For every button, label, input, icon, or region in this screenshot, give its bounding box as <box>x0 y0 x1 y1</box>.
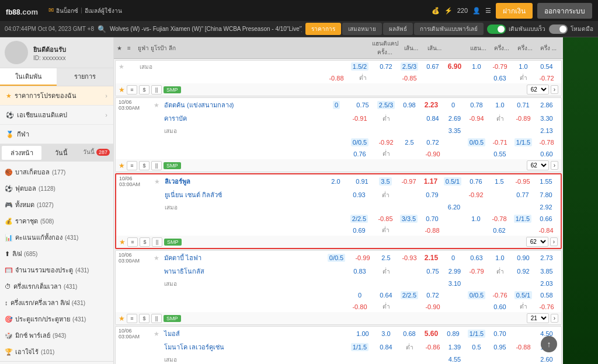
sidebar-item-asian[interactable]: ⚽ เอเชียนแฮนดิแคป › <box>0 106 113 125</box>
tab-inbet[interactable]: ในเดิมพัน <box>0 68 57 86</box>
action-dollar-3[interactable]: $ <box>140 237 150 247</box>
action-dollar-2[interactable]: $ <box>139 161 150 170</box>
ou2-4[interactable]: -0.93 <box>398 254 421 261</box>
odds2-v3-2[interactable]: 0.72 <box>421 139 444 146</box>
action-star-3[interactable]: ★ <box>119 238 126 246</box>
hfull1-4[interactable]: 0 <box>441 254 465 261</box>
sub4-v1-4[interactable]: -0.80 <box>345 303 374 310</box>
action-chart-2[interactable]: || <box>151 161 162 170</box>
count-select-4[interactable]: 21 <box>527 313 549 323</box>
team2-name-4[interactable]: พานาธิโนกลัส <box>164 266 345 276</box>
hfull2-3[interactable]: 0.76 <box>464 178 488 185</box>
action-star-4[interactable]: ★ <box>119 314 125 323</box>
action-table-3[interactable]: ≡ <box>127 237 138 247</box>
message-icon[interactable]: ✉ <box>48 6 54 15</box>
odds4-v3-4[interactable]: 0.72 <box>421 292 444 299</box>
odds3-v3-3[interactable]: 0.70 <box>420 215 444 222</box>
hfull4-4[interactable]: 0.90 <box>512 254 535 261</box>
tab-parlay[interactable]: การเดิมพันแบบพาร์เลย์ <box>414 23 484 35</box>
sport-item-outright[interactable]: 🏆 เอาใจไร้ (101) <box>0 344 113 360</box>
odds2-v5-2[interactable]: -0.71 <box>488 139 512 146</box>
ou1-5[interactable]: 1.00 <box>351 330 374 337</box>
sub1-v1[interactable]: -0.88 <box>322 75 351 82</box>
h2-9-2[interactable]: 3.30 <box>535 115 558 122</box>
sub2-v1-2[interactable]: 0.76 <box>345 150 374 158</box>
tab-semohmai[interactable]: เสมอหมาย <box>342 23 382 35</box>
hfull2-val-1[interactable]: -0.79 <box>488 63 512 70</box>
team1-name-4[interactable]: มัคตาบี้ ไฮฟา <box>164 253 322 263</box>
scroll-top-button[interactable]: ↑ <box>541 336 557 352</box>
h2-1-3[interactable]: 0.93 <box>345 191 374 198</box>
h2-1-4[interactable]: 0.83 <box>345 268 374 275</box>
h2-6-5[interactable]: 0.5 <box>465 344 488 351</box>
h2-8-2[interactable]: -0.89 <box>512 115 535 122</box>
hfull5-3[interactable]: 1.55 <box>534 178 558 185</box>
sport-item-halftime[interactable]: ⏱ ครึ่งแรก/เต็มเวลา (431) <box>0 278 113 295</box>
sport-item-goals[interactable]: 🥅 จำนวนรวมของประตู (431) <box>0 262 113 278</box>
h2-2-5[interactable]: 0.84 <box>374 344 398 351</box>
action-table-4[interactable]: ≡ <box>127 314 137 323</box>
handicap-3[interactable]: 2.0 <box>321 178 350 185</box>
ou2-5[interactable]: 0.68 <box>398 330 421 337</box>
sub1-v7[interactable]: 0.63 <box>488 75 512 82</box>
sport-item-basketball[interactable]: 🏀 บาสเก็ตบอล (177) <box>0 164 113 180</box>
odds4-v7-4[interactable]: 0.58 <box>535 292 558 299</box>
more-btn-2[interactable]: › <box>551 161 558 170</box>
handicap-val-1[interactable]: 1.5/2 <box>345 63 374 70</box>
star-4[interactable]: ★ <box>154 254 164 262</box>
star-empty-1[interactable]: ★ <box>119 63 129 71</box>
count-select-1[interactable]: 62 <box>527 85 549 94</box>
sub2-v4-2[interactable]: -0.90 <box>421 150 444 158</box>
mode-toggle[interactable] <box>549 24 568 34</box>
odds4-v5-4[interactable]: -0.76 <box>488 292 512 299</box>
h2-4-4[interactable]: 0.75 <box>421 268 444 275</box>
ou1-4[interactable]: -0.99 <box>351 254 374 261</box>
deposit-button[interactable]: ฝากเงิน <box>496 3 533 19</box>
hfull3-2[interactable]: 1.0 <box>488 102 512 108</box>
sport-item-all[interactable]: 🎮 ทั้งหมด (1027) <box>0 197 113 213</box>
hfull2-2[interactable]: 0.78 <box>465 102 488 108</box>
h2-9-3[interactable]: 7.80 <box>534 191 558 198</box>
more-btn-4[interactable]: › <box>551 314 558 323</box>
h2-7-5[interactable]: 0.95 <box>488 344 512 351</box>
sub3-v4-3[interactable]: -0.88 <box>420 227 444 234</box>
action-smp-4[interactable]: SMP <box>164 315 181 322</box>
sub3-v8-3[interactable]: -0.84 <box>534 227 558 234</box>
action-chart-3[interactable]: || <box>152 237 162 247</box>
h2-6-4[interactable]: -0.79 <box>465 268 488 275</box>
sub1-v4[interactable]: -0.85 <box>398 75 421 82</box>
star-5[interactable]: ★ <box>154 330 164 338</box>
sub1-v9[interactable]: -0.72 <box>535 75 558 82</box>
time-filter-today[interactable]: วันนี้ <box>41 146 81 160</box>
tab-list[interactable]: รายการ <box>57 68 113 86</box>
team1-name-3[interactable]: ลิเวอร์พูล <box>165 176 321 187</box>
action-dollar-1[interactable]: $ <box>139 85 150 94</box>
sub3-v1-3[interactable]: 0.69 <box>345 227 374 234</box>
sidebar-item-sports[interactable]: 🏅 กีฬา <box>0 125 113 144</box>
tab-racaka[interactable]: ราคาการ <box>305 23 341 35</box>
sub2-v6-2[interactable]: 0.55 <box>488 150 512 158</box>
tab-result[interactable]: ผลลัพธ์ <box>383 23 413 35</box>
sub2-v8-2[interactable]: 0.60 <box>535 150 558 158</box>
hfull3-4[interactable]: 1.0 <box>488 254 512 261</box>
h2-9-4[interactable]: 3.85 <box>535 268 558 275</box>
hfull4-2[interactable]: 0.71 <box>512 102 535 108</box>
h2-8-5[interactable]: -0.88 <box>512 344 535 351</box>
odds3-v5-3[interactable]: -0.78 <box>488 215 511 222</box>
h2-1-2[interactable]: -0.91 <box>345 115 374 122</box>
sport-item-firstgoal[interactable]: 🎯 ประตูแรก/ประตูหาย (431) <box>0 311 113 327</box>
h2-8-4[interactable]: 0.92 <box>512 268 535 275</box>
hfull4-3[interactable]: -0.95 <box>511 178 534 185</box>
action-chart-4[interactable]: || <box>151 314 162 323</box>
ou2-3[interactable]: -0.97 <box>397 178 420 185</box>
sub4-v4-4[interactable]: -0.90 <box>421 303 444 310</box>
sub3-v6-3[interactable]: 0.62 <box>488 227 511 234</box>
hfull4-val-1[interactable]: 0.54 <box>535 63 558 70</box>
sub4-v8-4[interactable]: -0.76 <box>535 303 558 310</box>
hfull2-4[interactable]: 0.63 <box>465 254 488 261</box>
star-3[interactable]: ★ <box>154 178 165 186</box>
count-select-3[interactable]: 62 <box>526 237 548 247</box>
action-smp-1[interactable]: SMP <box>164 86 181 93</box>
team2-name-2[interactable]: คาราบัค <box>164 113 345 124</box>
ou2-val-1[interactable]: 0.67 <box>421 63 444 70</box>
